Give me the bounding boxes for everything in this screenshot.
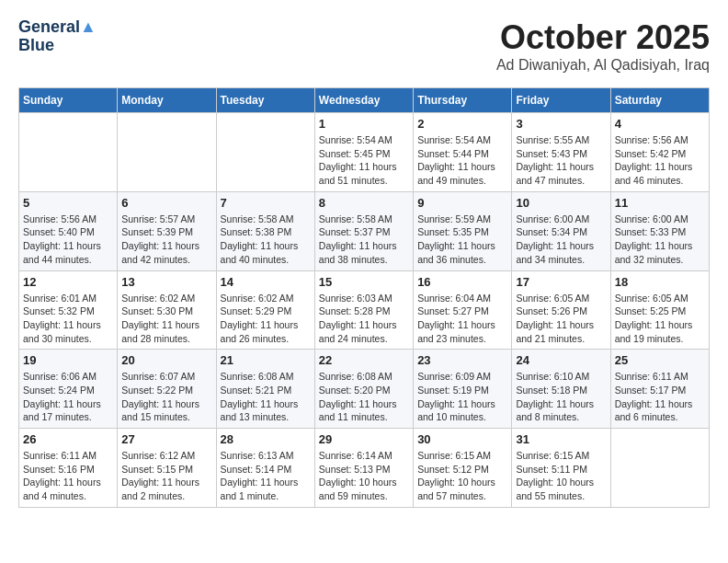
day-number: 20 bbox=[121, 353, 211, 367]
day-info: Sunrise: 6:00 AMSunset: 5:33 PMDaylight:… bbox=[615, 213, 705, 267]
calendar-cell: 6Sunrise: 5:57 AMSunset: 5:39 PMDaylight… bbox=[118, 191, 216, 270]
calendar-cell: 27Sunrise: 6:12 AMSunset: 5:15 PMDayligh… bbox=[118, 429, 216, 508]
day-number: 24 bbox=[516, 353, 606, 367]
day-number: 22 bbox=[319, 353, 409, 367]
day-number: 16 bbox=[417, 275, 507, 289]
day-info: Sunrise: 5:57 AMSunset: 5:39 PMDaylight:… bbox=[121, 213, 211, 267]
day-number: 8 bbox=[319, 196, 409, 210]
day-info: Sunrise: 5:59 AMSunset: 5:35 PMDaylight:… bbox=[417, 213, 507, 267]
calendar-cell: 2Sunrise: 5:54 AMSunset: 5:44 PMDaylight… bbox=[414, 113, 512, 192]
day-info: Sunrise: 6:05 AMSunset: 5:25 PMDaylight:… bbox=[615, 292, 705, 346]
day-number: 15 bbox=[319, 275, 409, 289]
day-info: Sunrise: 6:04 AMSunset: 5:27 PMDaylight:… bbox=[417, 292, 507, 346]
day-number: 27 bbox=[121, 432, 211, 446]
day-number: 10 bbox=[516, 196, 606, 210]
calendar-cell: 10Sunrise: 6:00 AMSunset: 5:34 PMDayligh… bbox=[512, 191, 610, 270]
day-info: Sunrise: 5:55 AMSunset: 5:43 PMDaylight:… bbox=[516, 133, 606, 188]
day-number: 1 bbox=[319, 117, 409, 131]
day-number: 19 bbox=[23, 353, 113, 367]
weekday-header-saturday: Saturday bbox=[610, 88, 709, 113]
calendar-cell: 12Sunrise: 6:01 AMSunset: 5:32 PMDayligh… bbox=[19, 270, 118, 350]
calendar-cell: 30Sunrise: 6:15 AMSunset: 5:12 PMDayligh… bbox=[414, 429, 512, 508]
day-number: 28 bbox=[221, 432, 311, 446]
day-number: 25 bbox=[615, 353, 705, 367]
day-info: Sunrise: 6:09 AMSunset: 5:19 PMDaylight:… bbox=[417, 370, 507, 424]
day-info: Sunrise: 6:01 AMSunset: 5:32 PMDaylight:… bbox=[23, 292, 113, 346]
day-number: 12 bbox=[23, 275, 113, 289]
day-info: Sunrise: 5:54 AMSunset: 5:44 PMDaylight:… bbox=[417, 133, 507, 188]
weekday-header-sunday: Sunday bbox=[19, 88, 118, 113]
day-info: Sunrise: 6:14 AMSunset: 5:13 PMDaylight:… bbox=[319, 449, 409, 503]
day-number: 2 bbox=[417, 117, 507, 131]
calendar-cell: 23Sunrise: 6:09 AMSunset: 5:19 PMDayligh… bbox=[414, 350, 512, 429]
day-info: Sunrise: 5:56 AMSunset: 5:42 PMDaylight:… bbox=[615, 133, 705, 188]
day-info: Sunrise: 6:15 AMSunset: 5:12 PMDaylight:… bbox=[417, 449, 507, 503]
calendar-cell: 21Sunrise: 6:08 AMSunset: 5:21 PMDayligh… bbox=[216, 350, 314, 429]
day-info: Sunrise: 6:13 AMSunset: 5:14 PMDaylight:… bbox=[221, 449, 311, 503]
calendar-cell: 9Sunrise: 5:59 AMSunset: 5:35 PMDaylight… bbox=[414, 191, 512, 270]
calendar-cell: 16Sunrise: 6:04 AMSunset: 5:27 PMDayligh… bbox=[414, 270, 512, 350]
month-title: October 2025 bbox=[496, 18, 710, 57]
day-number: 7 bbox=[221, 196, 311, 210]
day-number: 30 bbox=[417, 432, 507, 446]
weekday-header-tuesday: Tuesday bbox=[216, 88, 314, 113]
day-info: Sunrise: 5:56 AMSunset: 5:40 PMDaylight:… bbox=[23, 213, 113, 267]
calendar-cell: 5Sunrise: 5:56 AMSunset: 5:40 PMDaylight… bbox=[19, 191, 118, 270]
day-number: 23 bbox=[417, 353, 507, 367]
day-info: Sunrise: 6:08 AMSunset: 5:20 PMDaylight:… bbox=[319, 370, 409, 424]
calendar-cell: 3Sunrise: 5:55 AMSunset: 5:43 PMDaylight… bbox=[512, 113, 610, 192]
logo-text: General▲Blue bbox=[18, 18, 97, 55]
day-info: Sunrise: 6:06 AMSunset: 5:24 PMDaylight:… bbox=[23, 370, 113, 424]
calendar-table: SundayMondayTuesdayWednesdayThursdayFrid… bbox=[18, 87, 710, 508]
calendar-cell: 24Sunrise: 6:10 AMSunset: 5:18 PMDayligh… bbox=[512, 350, 610, 429]
calendar-cell: 29Sunrise: 6:14 AMSunset: 5:13 PMDayligh… bbox=[314, 429, 413, 508]
day-info: Sunrise: 6:11 AMSunset: 5:16 PMDaylight:… bbox=[23, 449, 113, 503]
day-info: Sunrise: 6:02 AMSunset: 5:29 PMDaylight:… bbox=[221, 292, 311, 346]
day-info: Sunrise: 5:54 AMSunset: 5:45 PMDaylight:… bbox=[319, 133, 409, 188]
calendar-cell: 13Sunrise: 6:02 AMSunset: 5:30 PMDayligh… bbox=[118, 270, 216, 350]
day-info: Sunrise: 6:08 AMSunset: 5:21 PMDaylight:… bbox=[221, 370, 311, 424]
calendar-cell: 4Sunrise: 5:56 AMSunset: 5:42 PMDaylight… bbox=[610, 113, 709, 192]
day-info: Sunrise: 5:58 AMSunset: 5:37 PMDaylight:… bbox=[319, 213, 409, 267]
calendar-cell: 18Sunrise: 6:05 AMSunset: 5:25 PMDayligh… bbox=[610, 270, 709, 350]
calendar-cell: 31Sunrise: 6:15 AMSunset: 5:11 PMDayligh… bbox=[512, 429, 610, 508]
calendar-cell: 28Sunrise: 6:13 AMSunset: 5:14 PMDayligh… bbox=[216, 429, 314, 508]
day-number: 17 bbox=[516, 275, 606, 289]
day-info: Sunrise: 6:15 AMSunset: 5:11 PMDaylight:… bbox=[516, 449, 606, 503]
day-number: 31 bbox=[516, 432, 606, 446]
calendar-cell: 22Sunrise: 6:08 AMSunset: 5:20 PMDayligh… bbox=[314, 350, 413, 429]
calendar-cell bbox=[610, 429, 709, 508]
calendar-cell bbox=[216, 113, 314, 192]
day-info: Sunrise: 6:10 AMSunset: 5:18 PMDaylight:… bbox=[516, 370, 606, 424]
calendar-cell bbox=[19, 113, 118, 192]
calendar-cell: 11Sunrise: 6:00 AMSunset: 5:33 PMDayligh… bbox=[610, 191, 709, 270]
calendar-cell: 19Sunrise: 6:06 AMSunset: 5:24 PMDayligh… bbox=[19, 350, 118, 429]
logo: General▲Blue bbox=[18, 18, 97, 55]
calendar-cell: 7Sunrise: 5:58 AMSunset: 5:38 PMDaylight… bbox=[216, 191, 314, 270]
calendar-cell: 17Sunrise: 6:05 AMSunset: 5:26 PMDayligh… bbox=[512, 270, 610, 350]
day-info: Sunrise: 6:11 AMSunset: 5:17 PMDaylight:… bbox=[615, 370, 705, 424]
calendar-cell: 20Sunrise: 6:07 AMSunset: 5:22 PMDayligh… bbox=[118, 350, 216, 429]
day-info: Sunrise: 6:00 AMSunset: 5:34 PMDaylight:… bbox=[516, 213, 606, 267]
day-number: 21 bbox=[221, 353, 311, 367]
calendar-cell: 8Sunrise: 5:58 AMSunset: 5:37 PMDaylight… bbox=[314, 191, 413, 270]
day-number: 5 bbox=[23, 196, 113, 210]
day-info: Sunrise: 6:05 AMSunset: 5:26 PMDaylight:… bbox=[516, 292, 606, 346]
day-info: Sunrise: 6:07 AMSunset: 5:22 PMDaylight:… bbox=[121, 370, 211, 424]
day-number: 14 bbox=[221, 275, 311, 289]
day-info: Sunrise: 6:03 AMSunset: 5:28 PMDaylight:… bbox=[319, 292, 409, 346]
day-number: 13 bbox=[121, 275, 211, 289]
day-number: 11 bbox=[615, 196, 705, 210]
weekday-header-thursday: Thursday bbox=[414, 88, 512, 113]
weekday-header-wednesday: Wednesday bbox=[314, 88, 413, 113]
weekday-header-monday: Monday bbox=[118, 88, 216, 113]
day-number: 29 bbox=[319, 432, 409, 446]
calendar-cell: 14Sunrise: 6:02 AMSunset: 5:29 PMDayligh… bbox=[216, 270, 314, 350]
day-number: 4 bbox=[615, 117, 705, 131]
calendar-cell: 25Sunrise: 6:11 AMSunset: 5:17 PMDayligh… bbox=[610, 350, 709, 429]
day-number: 9 bbox=[417, 196, 507, 210]
day-number: 18 bbox=[615, 275, 705, 289]
day-info: Sunrise: 6:02 AMSunset: 5:30 PMDaylight:… bbox=[121, 292, 211, 346]
calendar-cell bbox=[118, 113, 216, 192]
day-number: 3 bbox=[516, 117, 606, 131]
